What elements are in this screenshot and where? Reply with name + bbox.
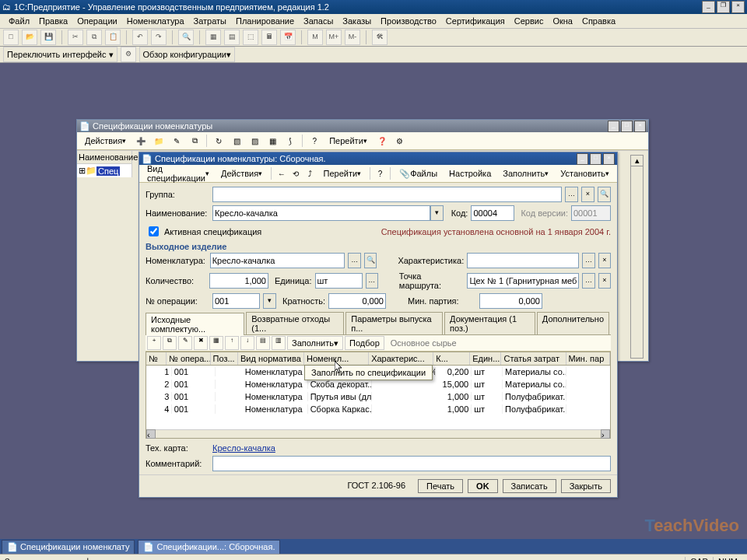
ok-button[interactable]: OK (468, 479, 498, 493)
refresh-icon[interactable]: ↻ (211, 133, 226, 149)
qty-input[interactable] (209, 273, 268, 289)
del-row-icon[interactable]: ✖ (194, 336, 208, 350)
unit-input[interactable] (315, 273, 363, 289)
find-icon[interactable]: 🔍 (178, 30, 194, 45)
task-spec-form[interactable]: 📄 Спецификации...: Сборочная. (138, 540, 280, 555)
fill-menu[interactable]: Заполнить (498, 166, 553, 181)
close-icon[interactable]: × (603, 153, 615, 165)
tab-extra[interactable]: Дополнительно (537, 312, 609, 334)
group-input[interactable] (212, 187, 562, 202)
filter-icon[interactable]: ⟆ (282, 133, 298, 149)
name-dropdown-button[interactable]: ▾ (430, 205, 444, 221)
col-unit[interactable]: Един... (470, 352, 501, 365)
menu-planning[interactable]: Планирование (231, 16, 299, 26)
col-op[interactable]: № опера... (167, 352, 210, 365)
copy-row-icon[interactable]: ⧉ (163, 336, 177, 350)
scroll-left-button[interactable]: ‹ (146, 429, 156, 439)
char-input[interactable] (467, 253, 579, 268)
up-icon[interactable]: ↑ (225, 336, 239, 350)
nav-icon[interactable]: ⤴ (304, 166, 317, 181)
calc-icon[interactable]: 🖩 (261, 30, 277, 45)
icon-a[interactable]: ▦ (209, 336, 223, 350)
ref-icon[interactable]: ⟲ (289, 166, 302, 181)
mminus-icon[interactable]: M- (345, 30, 360, 45)
opnum-input[interactable] (212, 293, 260, 309)
close-button[interactable]: Закрыть (561, 479, 611, 493)
comment-input[interactable] (212, 456, 611, 471)
tab-components[interactable]: Исходные комплектую... (146, 313, 244, 335)
help-icon[interactable]: ? (374, 166, 387, 181)
group-clear-button[interactable]: × (581, 187, 594, 202)
open-icon[interactable]: 📂 (22, 30, 37, 45)
menu-service[interactable]: Сервис (510, 16, 549, 26)
addgrp-icon[interactable]: 📁 (151, 133, 167, 149)
actions-menu[interactable]: Действия (80, 133, 131, 149)
min-icon[interactable]: _ (608, 121, 619, 132)
components-grid[interactable]: № № опера... Поз... Вид норматива Номенк… (146, 352, 611, 439)
col-n[interactable]: № (146, 352, 167, 365)
fill-by-spec-popup[interactable]: Заполнить по спецификации (304, 365, 433, 380)
install-menu[interactable]: Установить (556, 166, 614, 181)
icon-c[interactable]: ▥ (272, 336, 286, 350)
spec-form-titlebar[interactable]: 📄 Спецификации номенклатуры: Сборочная. … (139, 152, 617, 165)
col-min[interactable]: Мин. пар (566, 352, 610, 365)
tab-returns[interactable]: Возвратные отходы (1... (246, 312, 344, 334)
char-clear-button[interactable]: × (598, 253, 611, 268)
nomen-search-button[interactable]: 🔍 (364, 253, 377, 268)
paste-icon[interactable]: 📋 (105, 30, 121, 45)
col-norm[interactable]: Вид норматива (238, 352, 304, 365)
help-icon[interactable]: ? (307, 133, 322, 149)
save-button[interactable]: Записать (503, 479, 556, 493)
tools-icon[interactable]: 🛠 (372, 30, 388, 45)
col-char[interactable]: Характерис... (369, 352, 433, 365)
cut-icon[interactable]: ✂ (68, 30, 83, 45)
table-row[interactable]: 3001НоменклатураПрутья ивы (дл...1,000шт… (146, 390, 610, 403)
minimize-button[interactable]: _ (702, 1, 715, 13)
setup-button[interactable]: Настройка (444, 166, 496, 181)
col-pos[interactable]: Поз... (211, 352, 239, 365)
route-input[interactable] (467, 273, 579, 289)
code-input[interactable] (471, 205, 514, 221)
task-spec-list[interactable]: 📄 Спецификации номенклату (2, 540, 135, 555)
add-row-icon[interactable]: + (147, 336, 161, 350)
group-search-button[interactable]: 🔍 (598, 187, 611, 202)
view-spec-menu[interactable]: Вид спецификации (142, 166, 214, 181)
menu-nomenclature[interactable]: Номенклатура (122, 16, 189, 26)
go-menu[interactable]: Перейти (324, 133, 372, 149)
menu-certification[interactable]: Сертификация (441, 16, 510, 26)
icon7[interactable]: ▦ (265, 133, 280, 149)
active-checkbox[interactable] (149, 226, 159, 236)
add-icon[interactable]: ➕ (133, 133, 149, 149)
unit-select-button[interactable]: … (366, 273, 378, 289)
ext2-icon[interactable]: ▤ (224, 30, 240, 45)
spec-list-titlebar[interactable]: 📄 Спецификации номенклатуры _ □ × (77, 120, 648, 132)
icon6[interactable]: ▨ (247, 133, 262, 149)
edit-row-icon[interactable]: ✎ (178, 336, 192, 350)
other-icon[interactable]: ⚙ (392, 133, 408, 149)
expand-icon[interactable]: ⊞ (79, 166, 86, 176)
switch-interface-button[interactable]: Переключить интерфейс ▾ (3, 47, 117, 62)
menu-edit[interactable]: Правка (34, 16, 72, 26)
fill-button[interactable]: Заполнить ▾ (287, 336, 343, 350)
max-icon[interactable]: □ (621, 121, 633, 132)
new-icon[interactable]: □ (3, 30, 19, 45)
min-icon[interactable]: _ (577, 153, 588, 165)
nomen-input[interactable] (210, 253, 345, 268)
cal-icon[interactable]: 📅 (280, 30, 296, 45)
icon5[interactable]: ▧ (229, 133, 244, 149)
ext1-icon[interactable]: ▦ (205, 30, 221, 45)
tab-docs[interactable]: Документация (1 поз.) (444, 312, 535, 334)
col-cost[interactable]: Статья затрат (501, 352, 566, 365)
edit-icon[interactable]: ✎ (169, 133, 184, 149)
back-icon[interactable]: ← (275, 166, 288, 181)
mult-input[interactable] (328, 293, 386, 309)
overview-button[interactable]: Обзор конфигурации ▾ (139, 47, 235, 62)
mplus-icon[interactable]: M+ (326, 30, 342, 45)
close-icon[interactable]: × (634, 121, 646, 132)
print-button[interactable]: Печать (418, 479, 463, 493)
save-icon[interactable]: 💾 (40, 30, 56, 45)
icon-b[interactable]: ▤ (256, 336, 270, 350)
menu-stock[interactable]: Запасы (299, 16, 338, 26)
menu-orders[interactable]: Заказы (338, 16, 376, 26)
minparty-input[interactable] (479, 293, 542, 309)
